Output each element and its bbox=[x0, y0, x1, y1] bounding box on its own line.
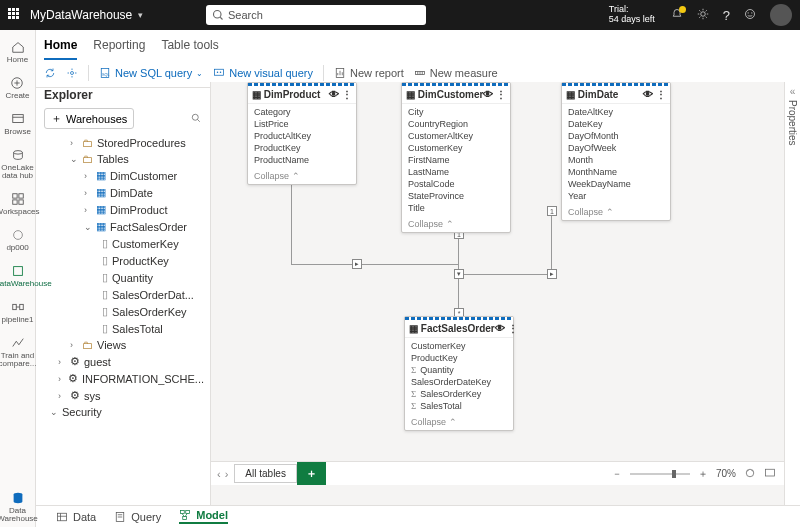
more-icon[interactable]: ⋮ bbox=[342, 89, 352, 100]
eye-icon[interactable]: 👁 bbox=[643, 89, 653, 100]
card-factsalesorder[interactable]: ▦ FactSalesOrder👁 ⋮ CustomerKey ProductK… bbox=[404, 316, 514, 431]
column-productkey[interactable]: ▯ProductKey bbox=[40, 252, 206, 269]
table-dimproduct[interactable]: ›▦DimProduct bbox=[40, 201, 206, 218]
fullscreen-icon[interactable] bbox=[764, 467, 776, 481]
nav-browse[interactable]: Browse bbox=[4, 108, 31, 140]
eye-icon[interactable]: 👁 bbox=[483, 89, 493, 100]
eye-icon[interactable]: 👁 bbox=[329, 89, 339, 100]
tab-home[interactable]: Home bbox=[44, 34, 77, 60]
more-icon[interactable]: ⋮ bbox=[508, 323, 518, 334]
card-dimproduct[interactable]: ▦ DimProduct👁 ⋮ Category ListPrice Produ… bbox=[247, 82, 357, 185]
view-query[interactable]: Query bbox=[114, 511, 161, 523]
svg-rect-43 bbox=[181, 511, 185, 514]
explorer-title: Explorer bbox=[40, 88, 206, 106]
new-visual-query-button[interactable]: New visual query bbox=[213, 67, 313, 79]
card-dimdate[interactable]: ▦ DimDate👁 ⋮ DateAltKey DateKey DayOfMon… bbox=[561, 82, 671, 221]
view-model[interactable]: Model bbox=[179, 509, 228, 524]
tab-tabletools[interactable]: Table tools bbox=[161, 34, 218, 60]
add-tab-button[interactable]: ＋ bbox=[297, 462, 326, 485]
add-warehouse-button[interactable]: ＋Warehouses bbox=[44, 108, 134, 129]
table-factsalesorder[interactable]: ⌄▦FactSalesOrder bbox=[40, 218, 206, 235]
schema-guest[interactable]: ›⚙guest bbox=[40, 353, 206, 370]
column-salestotal[interactable]: ▯SalesTotal bbox=[40, 320, 206, 337]
table-dimcustomer[interactable]: ›▦DimCustomer bbox=[40, 167, 206, 184]
notifications-icon[interactable] bbox=[671, 8, 683, 22]
svg-rect-15 bbox=[13, 267, 22, 276]
fit-to-page-icon[interactable] bbox=[744, 467, 756, 481]
svg-rect-16 bbox=[12, 304, 16, 309]
canvas-tabs: ‹› All tables ＋ － ＋ 70% bbox=[211, 461, 784, 485]
app-launcher-icon[interactable] bbox=[8, 8, 22, 22]
more-icon[interactable]: ⋮ bbox=[496, 89, 506, 100]
nav-train[interactable]: Train and compare... bbox=[0, 332, 36, 372]
new-report-button[interactable]: New report bbox=[334, 67, 404, 79]
column-salesorderkey[interactable]: ▯SalesOrderKey bbox=[40, 303, 206, 320]
settings-icon[interactable] bbox=[697, 8, 709, 22]
zoom-slider[interactable] bbox=[630, 473, 690, 475]
zoom-in[interactable]: ＋ bbox=[698, 467, 708, 481]
collapse-button[interactable]: Collapse ⌃ bbox=[405, 414, 513, 430]
new-measure-button[interactable]: New measure bbox=[414, 67, 498, 79]
new-sql-query-button[interactable]: SQLNew SQL query ⌄ bbox=[99, 67, 203, 79]
eye-icon[interactable]: 👁 bbox=[495, 323, 505, 334]
folder-tables[interactable]: ⌄🗀Tables bbox=[40, 151, 206, 167]
svg-point-25 bbox=[220, 72, 222, 74]
folder-views[interactable]: ›🗀Views bbox=[40, 337, 206, 353]
search-explorer-icon[interactable] bbox=[190, 112, 202, 126]
svg-line-1 bbox=[220, 17, 222, 19]
zoom-out[interactable]: － bbox=[612, 467, 622, 481]
svg-point-9 bbox=[13, 151, 22, 155]
schema-infoschema[interactable]: ›⚙INFORMATION_SCHE... bbox=[40, 370, 206, 387]
model-canvas[interactable]: 1 * 1 ▸ ▾ ▸ 1 ▦ DimProduct👁 ⋮ Category L… bbox=[211, 82, 800, 505]
explorer-tree: ›🗀StoredProcedures ⌄🗀Tables ›▦DimCustome… bbox=[40, 135, 206, 499]
chevron-down-icon[interactable]: ▾ bbox=[138, 10, 143, 20]
collapse-button[interactable]: Collapse ⌃ bbox=[248, 168, 356, 184]
search-input[interactable]: Search bbox=[206, 5, 426, 25]
svg-rect-10 bbox=[12, 194, 16, 198]
tab-next[interactable]: › bbox=[225, 468, 229, 480]
svg-point-0 bbox=[214, 11, 222, 19]
svg-rect-11 bbox=[18, 194, 22, 198]
tab-reporting[interactable]: Reporting bbox=[93, 34, 145, 60]
nav-create[interactable]: Create bbox=[5, 72, 29, 104]
nav-mydatawarehouse[interactable]: MyDataWarehouse bbox=[0, 260, 52, 292]
schema-sys[interactable]: ›⚙sys bbox=[40, 387, 206, 404]
view-data[interactable]: Data bbox=[56, 511, 96, 523]
folder-security[interactable]: ⌄Security bbox=[40, 404, 206, 420]
avatar[interactable] bbox=[770, 4, 792, 26]
nav-home[interactable]: Home bbox=[7, 36, 28, 68]
nav-onelake[interactable]: OneLake data hub bbox=[0, 144, 35, 184]
collapse-button[interactable]: Collapse ⌃ bbox=[562, 204, 670, 220]
refresh-button[interactable] bbox=[44, 67, 56, 79]
collapse-button[interactable]: Collapse ⌃ bbox=[402, 216, 510, 232]
help-icon[interactable]: ? bbox=[723, 8, 730, 23]
properties-rail[interactable]: « Properties bbox=[784, 82, 800, 505]
tab-all-tables[interactable]: All tables bbox=[234, 464, 297, 483]
settings-button[interactable] bbox=[66, 67, 78, 79]
nav-pipeline1[interactable]: pipeline1 bbox=[1, 296, 33, 328]
svg-rect-13 bbox=[18, 200, 22, 204]
nav-dp000[interactable]: dp000 bbox=[6, 224, 28, 256]
svg-point-2 bbox=[701, 12, 706, 17]
nav-datawarehouse-footer[interactable]: Data Warehouse bbox=[0, 487, 38, 527]
folder-storedprocs[interactable]: ›🗀StoredProcedures bbox=[40, 135, 206, 151]
explorer-panel: Explorer ＋Warehouses ›🗀StoredProcedures … bbox=[36, 82, 211, 505]
svg-rect-37 bbox=[58, 513, 67, 521]
svg-rect-7 bbox=[12, 115, 23, 123]
ribbon-tabs: Home Reporting Table tools bbox=[0, 30, 800, 61]
more-icon[interactable]: ⋮ bbox=[656, 89, 666, 100]
feedback-icon[interactable] bbox=[744, 8, 756, 22]
svg-text:SQL: SQL bbox=[102, 73, 110, 77]
column-quantity[interactable]: ▯Quantity bbox=[40, 269, 206, 286]
column-salesorderdate[interactable]: ▯SalesOrderDat... bbox=[40, 286, 206, 303]
view-switcher: Data Query Model bbox=[36, 505, 800, 527]
workspace-name[interactable]: MyDataWarehouse bbox=[30, 8, 132, 22]
nav-workspaces[interactable]: Workspaces bbox=[0, 188, 39, 220]
svg-point-34 bbox=[192, 114, 198, 120]
tab-prev[interactable]: ‹ bbox=[217, 468, 221, 480]
column-customerkey[interactable]: ▯CustomerKey bbox=[40, 235, 206, 252]
table-dimdate[interactable]: ›▦DimDate bbox=[40, 184, 206, 201]
svg-point-14 bbox=[13, 231, 22, 240]
svg-line-47 bbox=[185, 514, 187, 517]
card-dimcustomer[interactable]: ▦ DimCustomer👁 ⋮ City CountryRegion Cust… bbox=[401, 82, 511, 233]
